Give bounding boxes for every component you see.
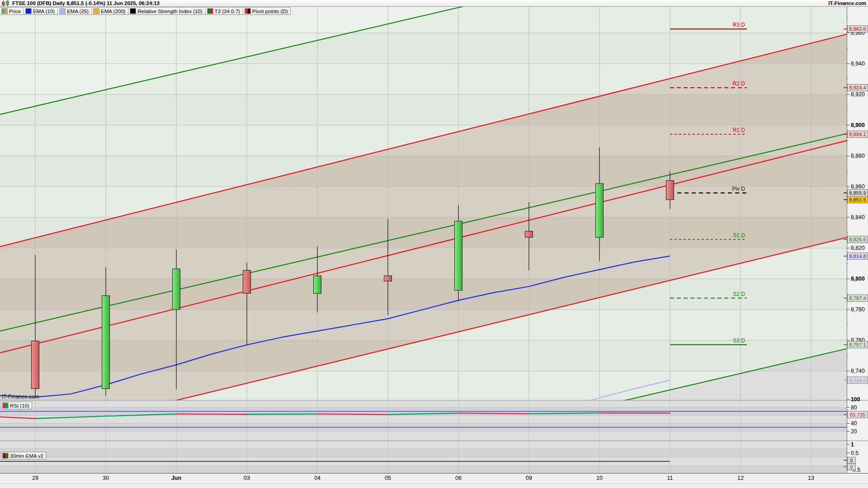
time-tick-label: 03: [244, 475, 250, 481]
lower-legend-icon: [3, 453, 8, 458]
pivot-label-piv-d: Piv D: [732, 186, 745, 192]
legend-swatch-icon: [60, 9, 65, 14]
rsi-line-segment: [317, 414, 388, 414]
time-tick-label: 11: [667, 475, 673, 481]
svg-text:8,894.1: 8,894.1: [849, 131, 866, 137]
time-tick-label: 30: [103, 475, 109, 481]
time-tick-label: Jun: [171, 475, 181, 481]
price-badge: 8,924.4: [844, 84, 868, 91]
indicator-legend-bar: PriceEMA (10)EMA (25)EMA (200)Relative S…: [0, 7, 291, 15]
rsi-legend-label: RSI (10): [10, 403, 29, 408]
time-tick-label: 29: [32, 475, 38, 481]
time-tick-label: 09: [526, 475, 532, 481]
rsi-panel-legend[interactable]: RSI (10): [1, 402, 32, 409]
time-tick-label: 06: [455, 475, 462, 481]
price-tick-label: 8,840: [851, 214, 865, 221]
rsi-panel[interactable]: [0, 399, 847, 441]
pivot-label-s3-d: S3 D: [733, 338, 745, 344]
legend-swatch-icon: [26, 9, 31, 14]
price-badge: 8,855.9: [844, 189, 868, 196]
rsi-legend-icon: [3, 403, 8, 408]
price-badge: 8,734.0: [844, 377, 868, 384]
candlestick-icon: [1, 0, 10, 6]
watermark-text: IT-Finance.com: [2, 394, 39, 400]
instrument-title: FTSE 100 (DFB) Daily 8,851.5 (-0.14%) 11…: [12, 0, 160, 6]
price-badge: 8,757.1: [844, 341, 868, 348]
price-tick-label: 8,940: [851, 61, 865, 67]
lower-legend-label: 30min EMA v2: [10, 453, 43, 459]
legend-swatch-icon: [2, 9, 7, 14]
legend-item-t3-34-0-7[interactable]: T3 (34 0.7): [206, 8, 243, 14]
legend-item-label: EMA (10): [33, 9, 55, 14]
price-badge: 8,787.4: [844, 295, 868, 301]
legend-item-label: Pivot points (D): [252, 9, 288, 14]
price-tick-label: 8,860: [851, 183, 865, 190]
svg-text:0: 0: [850, 464, 853, 469]
svg-text:8,962.6: 8,962.6: [849, 26, 866, 32]
legend-item-label: T3 (34 0.7): [215, 9, 240, 14]
rsi-tick-label: 40: [851, 420, 857, 427]
svg-text:8,787.4: 8,787.4: [849, 296, 866, 301]
time-tick-label: 12: [737, 475, 744, 481]
price-badge: 8,894.1: [844, 131, 868, 138]
price-badge: 8,851.5: [844, 196, 868, 203]
pivot-label-s1-d: S1 D: [733, 232, 745, 239]
legend-item-label: EMA (25): [67, 9, 89, 14]
lower-indicator-panel[interactable]: [0, 441, 847, 473]
rsi-tick-label: 20: [851, 428, 857, 435]
price-badge: 8,814.8: [844, 253, 868, 259]
time-tick-label: 04: [314, 475, 321, 481]
price-tick-label: 8,780: [851, 306, 865, 313]
svg-text:8,855.9: 8,855.9: [849, 190, 866, 196]
price-tick-label: 8,800: [851, 276, 865, 282]
price-tick-label: 8,880: [851, 153, 865, 159]
legend-swatch-icon: [245, 9, 250, 14]
price-badge: 8,825.6: [844, 236, 868, 243]
pivot-label-s2-d: S2 D: [733, 291, 745, 297]
rsi-badge: 65.735: [844, 411, 868, 418]
title-bar: FTSE 100 (DFB) Daily 8,851.5 (-0.14%) 11…: [0, 0, 868, 7]
rsi-line-segment: [458, 413, 529, 413]
legend-item-label: EMA (200): [101, 9, 125, 14]
price-tick-label: 8,740: [851, 368, 865, 374]
pivot-label-r1-d: R1 D: [733, 127, 745, 133]
rsi-line-segment: [176, 414, 247, 414]
svg-text:8,814.8: 8,814.8: [849, 253, 866, 259]
time-tick-label: 05: [385, 475, 391, 481]
svg-text:8,851.5: 8,851.5: [849, 197, 866, 202]
pivot-label-r2-d: R2 D: [733, 80, 745, 87]
legend-item-price[interactable]: Price: [0, 8, 24, 14]
time-tick-label: 13: [808, 475, 814, 481]
svg-text:8,924.4: 8,924.4: [849, 85, 866, 90]
rsi-tick-label: 100: [851, 396, 860, 403]
lower-indicator-legend[interactable]: 30min EMA v2: [1, 452, 46, 460]
svg-text:8,757.1: 8,757.1: [849, 342, 866, 347]
trading-app-window: FTSE 100 (DFB) Daily 8,851.5 (-0.14%) 11…: [0, 0, 868, 488]
price-tick-label: 8,920: [851, 91, 865, 98]
svg-text:8,734.0: 8,734.0: [849, 378, 866, 383]
price-tick-label: 8,900: [851, 122, 865, 128]
legend-swatch-icon: [130, 9, 136, 14]
legend-item-ema-200[interactable]: EMA (200): [92, 8, 128, 14]
legend-item-label: Price: [9, 9, 21, 14]
rsi-tick-label: 80: [851, 404, 857, 411]
legend-item-label: Relative Strength Index (10): [137, 9, 202, 14]
legend-item-pivot-points-d[interactable]: Pivot points (D): [243, 8, 291, 14]
chart-canvas[interactable]: R3 DR2 DR1 DPiv DS1 DS2 DS3 DIT-Finance.…: [0, 0, 868, 488]
legend-item-ema-25[interactable]: EMA (25): [58, 8, 92, 14]
brand-label: IT-Finance.com: [828, 0, 868, 6]
legend-item-ema-10[interactable]: EMA (10): [24, 8, 58, 14]
lower-tick-label: 1: [851, 441, 854, 448]
legend-swatch-icon: [94, 9, 99, 14]
svg-text:0: 0: [850, 458, 853, 463]
legend-swatch-icon: [208, 9, 213, 14]
price-tick-label: 8,820: [851, 245, 865, 251]
time-tick-label: 10: [596, 475, 603, 481]
svg-text:65.735: 65.735: [850, 412, 866, 418]
svg-text:8,825.6: 8,825.6: [849, 237, 866, 242]
price-badge: 8,962.6: [844, 26, 868, 33]
lower-tick-label: 0.5: [851, 450, 859, 456]
pivot-label-r3-d: R3 D: [733, 22, 745, 28]
legend-item-relative-strength-index-10[interactable]: Relative Strength Index (10): [128, 8, 205, 14]
rsi-line-segment: [247, 414, 317, 414]
